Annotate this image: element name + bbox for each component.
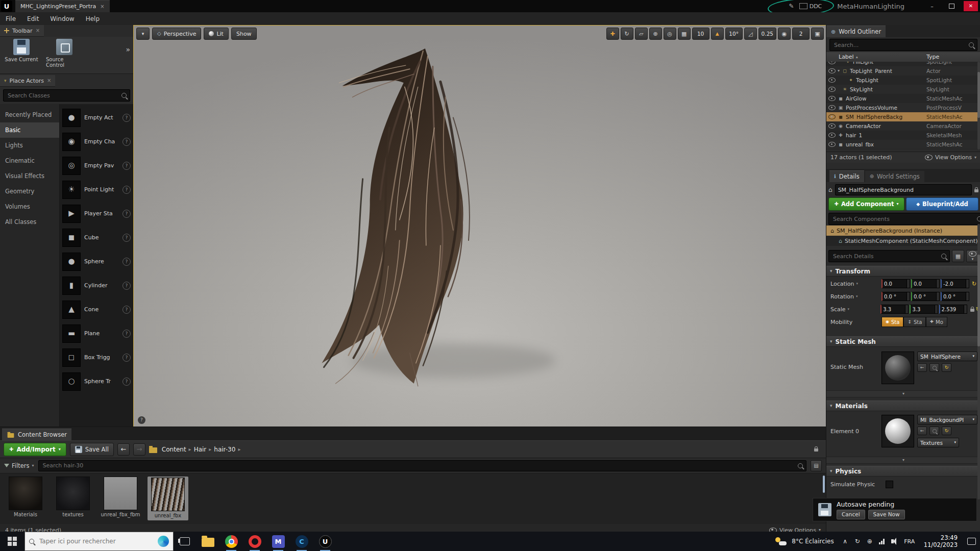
category-geometry[interactable]: Geometry (0, 184, 59, 199)
visibility-eye-icon[interactable] (828, 123, 836, 129)
scale-snap-button[interactable] (744, 28, 757, 40)
save-all-button[interactable]: Save All (70, 443, 114, 456)
viewport-help-icon[interactable] (138, 416, 145, 424)
help-icon[interactable] (122, 282, 131, 290)
lock-icon[interactable] (974, 189, 978, 192)
outliner-row-filllight[interactable]: FillLight SpotLight (826, 62, 980, 66)
help-icon[interactable] (122, 162, 131, 170)
source-control-button[interactable]: Source Control (46, 39, 83, 68)
save-current-button[interactable]: Save Current (3, 39, 40, 62)
category-volumes[interactable]: Volumes (0, 199, 59, 214)
scale-label[interactable]: Scale (830, 306, 880, 313)
weather-widget[interactable]: 8°C Éclaircies (770, 537, 839, 545)
material-thumbnail[interactable] (881, 415, 914, 447)
scale-tool-button[interactable] (635, 28, 648, 40)
asset-grid-scrollbar[interactable] (823, 475, 825, 493)
simulate-physics-checkbox[interactable] (886, 481, 893, 488)
visibility-eye-icon[interactable] (828, 62, 836, 64)
add-import-button[interactable]: Add/Import (4, 443, 66, 456)
visibility-eye-icon[interactable] (828, 114, 836, 119)
show-hidden-icons-button[interactable] (839, 532, 851, 551)
outliner-row-toplight-parent[interactable]: TopLight_Parent Actor (826, 66, 980, 76)
materials-section-header[interactable]: Materials (826, 400, 980, 411)
category-visual-effects[interactable]: Visual Effects (0, 168, 59, 184)
toolbar-expand-icon[interactable] (126, 46, 130, 53)
update-tray-icon[interactable] (851, 532, 864, 551)
taskbar-search-box[interactable] (24, 532, 174, 551)
outliner-row-postprocessvolume[interactable]: PostProcessVolume PostProcessV (826, 103, 980, 112)
mobility-static-button[interactable]: Sta (881, 317, 903, 327)
unreal-engine-button[interactable] (313, 532, 337, 551)
category-recently-placed[interactable]: Recently Placed (0, 107, 59, 122)
component-row-instance[interactable]: SM_HalfSphereBackground (Instance) (826, 226, 980, 236)
outliner-row-sm-halfspherebackground[interactable]: SM_HalfSphereBackg StaticMeshAc (826, 112, 980, 121)
ddc-status[interactable]: DDC (799, 3, 822, 10)
maximize-button[interactable] (944, 1, 959, 11)
find-material-button[interactable] (929, 427, 939, 435)
asset-tile-unreal-fbx[interactable]: unreal_fbx (148, 477, 188, 520)
file-explorer-button[interactable] (196, 532, 219, 551)
search-classes-input[interactable] (7, 92, 118, 99)
add-component-button[interactable]: Add Component (828, 197, 904, 211)
help-icon[interactable] (122, 138, 131, 146)
location-z-field[interactable]: -2.0 (941, 279, 969, 288)
camera-speed-value[interactable]: 2 (792, 28, 810, 40)
browse-to-material-button[interactable] (917, 427, 927, 435)
close-button[interactable] (964, 1, 978, 11)
wifi-icon[interactable] (876, 532, 888, 551)
toolbar-tab[interactable]: Toolbar (0, 25, 44, 37)
app-c-button[interactable] (290, 532, 313, 551)
breadcrumb-content[interactable]: Content (161, 446, 187, 453)
perspective-button[interactable]: Perspective (152, 28, 201, 40)
help-icon[interactable] (122, 114, 131, 122)
static-mesh-dropdown[interactable]: SM_HalfSphere (917, 352, 977, 361)
tab-close-icon[interactable] (100, 4, 104, 9)
content-lock-icon[interactable] (814, 448, 818, 452)
category-cinematic[interactable]: Cinematic (0, 153, 59, 168)
scale-z-field[interactable]: 2.539 (939, 305, 967, 314)
help-icon[interactable] (122, 210, 131, 218)
toolbar-tab-close-icon[interactable] (36, 28, 40, 33)
camera-speed-button[interactable] (778, 28, 791, 40)
column-label[interactable]: Label (826, 54, 854, 60)
location-label[interactable]: Location (830, 281, 881, 287)
actor-item-empty-pawn[interactable]: Empty Pav (60, 154, 133, 178)
transform-section-header[interactable]: Transform (826, 266, 980, 277)
menu-help[interactable]: Help (80, 12, 105, 25)
editor-pencil-icon[interactable] (789, 3, 794, 9)
network-globe-icon[interactable] (864, 532, 876, 551)
actor-item-sphere[interactable]: Sphere (60, 249, 133, 273)
rotation-snap-value[interactable]: 10° (725, 28, 743, 40)
autosave-save-now-button[interactable]: Save Now (868, 510, 905, 519)
reset-location-icon[interactable] (972, 281, 976, 287)
help-icon[interactable] (122, 186, 131, 194)
search-components-input[interactable] (832, 215, 974, 223)
search-highlight-icon[interactable] (158, 536, 169, 547)
details-settings-button[interactable] (952, 250, 964, 262)
scale-y-field[interactable]: 3.3 (910, 305, 938, 314)
task-view-button[interactable] (174, 532, 196, 551)
outliner-row-unreal-fbx[interactable]: unreal_fbx StaticMeshAc (826, 140, 980, 149)
help-icon[interactable] (122, 378, 131, 386)
visibility-eye-icon[interactable] (828, 105, 836, 110)
actor-item-empty-character[interactable]: Empty Cha (60, 130, 133, 154)
help-icon[interactable] (122, 306, 131, 314)
visibility-eye-icon[interactable] (828, 133, 836, 138)
scale-snap-value[interactable]: 0.25 (758, 28, 776, 40)
actor-name-field[interactable] (835, 184, 972, 195)
help-icon[interactable] (122, 354, 131, 362)
column-type[interactable]: Type (926, 54, 939, 60)
static-mesh-section-header[interactable]: Static Mesh (826, 336, 980, 347)
actor-item-cylinder[interactable]: Cylinder (60, 273, 133, 297)
app-m-button[interactable] (266, 532, 290, 551)
visibility-eye-icon[interactable] (828, 142, 836, 147)
rotation-z-field[interactable]: 0.0 ° (941, 292, 969, 301)
forward-button[interactable] (133, 443, 145, 456)
taskbar-search-input[interactable] (38, 537, 154, 545)
details-tab[interactable]: Details (829, 170, 864, 182)
mobility-movable-button[interactable]: Mo (926, 317, 947, 327)
reset-asset-button[interactable] (942, 363, 951, 372)
world-outliner-tab[interactable]: World Outliner (826, 26, 886, 37)
rotate-tool-button[interactable] (621, 28, 633, 40)
actor-item-box-trigger[interactable]: Box Trigg (60, 345, 133, 369)
